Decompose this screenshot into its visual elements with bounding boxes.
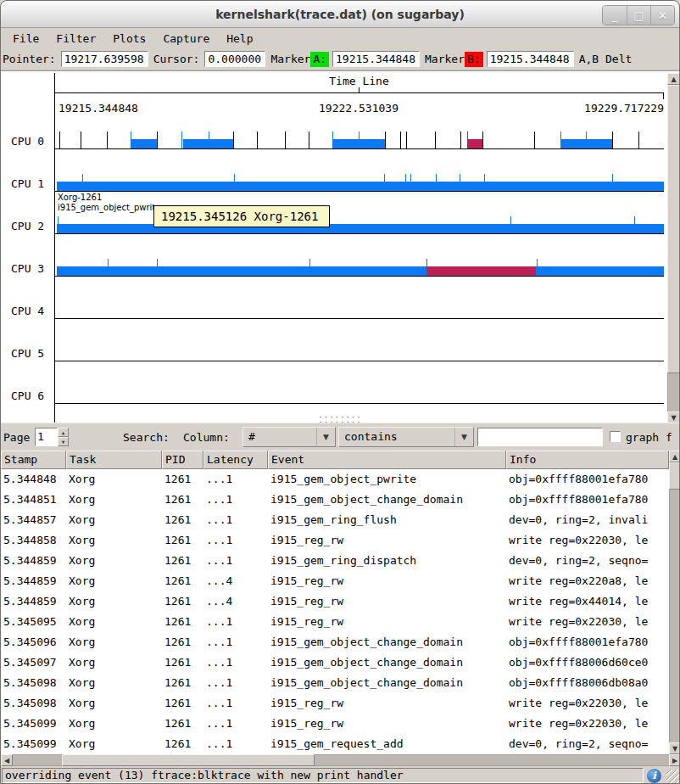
- event-tick[interactable]: [157, 259, 158, 276]
- table-row[interactable]: 5.344859Xorg1261...4i915_reg_rwwrite reg…: [1, 591, 669, 612]
- event-tick[interactable]: [107, 132, 108, 148]
- graph-follows-checkbox[interactable]: [610, 431, 621, 442]
- search-input[interactable]: [477, 428, 603, 446]
- event-tick[interactable]: [385, 132, 386, 148]
- table-hscrollbar[interactable]: ◀ ▶: [1, 754, 680, 766]
- table-hscroll-left-icon[interactable]: ◀: [1, 754, 13, 766]
- event-tick[interactable]: [359, 132, 360, 148]
- table-row[interactable]: 5.344859Xorg1261...1i915_gem_ring_dispat…: [1, 551, 669, 571]
- close-button[interactable]: ✕: [650, 6, 674, 25]
- graph-vscroll-thumb[interactable]: [667, 85, 680, 373]
- menu-item-help[interactable]: Help: [218, 31, 261, 47]
- event-tick[interactable]: [484, 174, 485, 191]
- task-bar[interactable]: [426, 266, 536, 276]
- menu-item-plots[interactable]: Plots: [104, 31, 154, 47]
- table-vscroll-up-icon[interactable]: ▲: [669, 451, 680, 462]
- event-tick[interactable]: [309, 259, 310, 276]
- event-tick[interactable]: [612, 132, 613, 148]
- table-vscroll-trough[interactable]: [669, 451, 680, 754]
- event-tick[interactable]: [233, 132, 234, 148]
- event-tick[interactable]: [400, 132, 401, 148]
- table-row[interactable]: 5.344858Xorg1261...1i915_reg_rwwrite reg…: [1, 530, 669, 551]
- page-value[interactable]: 1: [35, 428, 58, 446]
- column-header-info[interactable]: Info: [506, 451, 669, 469]
- graph-vscroll-down-icon[interactable]: ▼: [667, 412, 680, 423]
- event-tick[interactable]: [59, 132, 60, 148]
- event-tick[interactable]: [467, 132, 468, 148]
- match-select[interactable]: contains ▼: [338, 427, 474, 447]
- table-vscroll-down-icon[interactable]: ▼: [669, 742, 680, 754]
- event-tick[interactable]: [82, 174, 83, 191]
- column-select[interactable]: # ▼: [242, 427, 336, 447]
- graph-vscroll-up-icon[interactable]: ▲: [667, 73, 680, 85]
- table-row[interactable]: 5.345099Xorg1261...1i915_reg_rwwrite reg…: [1, 714, 669, 734]
- event-tick[interactable]: [157, 132, 158, 148]
- event-tick[interactable]: [460, 132, 461, 148]
- menu-item-file[interactable]: File: [4, 31, 47, 47]
- event-tick[interactable]: [181, 132, 182, 148]
- column-header-latency[interactable]: Latency: [203, 451, 268, 469]
- page-spinner[interactable]: 1 ▲ ▼: [35, 428, 69, 446]
- table-row[interactable]: 5.344857Xorg1261...1i915_gem_ring_flushd…: [1, 510, 669, 530]
- event-tick[interactable]: [209, 132, 209, 148]
- event-tick[interactable]: [131, 132, 131, 148]
- table-vscrollbar[interactable]: ▲ ▼: [669, 451, 680, 754]
- event-tick[interactable]: [332, 132, 333, 148]
- event-tick[interactable]: [234, 174, 235, 191]
- task-bar[interactable]: [131, 139, 157, 148]
- menu-item-capture[interactable]: Capture: [154, 31, 218, 47]
- event-tick[interactable]: [285, 132, 286, 148]
- event-tick[interactable]: [58, 216, 59, 233]
- event-tick[interactable]: [634, 216, 635, 233]
- event-tick[interactable]: [436, 174, 437, 191]
- table-row[interactable]: 5.345099Xorg1261...1i915_gem_request_add…: [1, 734, 669, 754]
- table-row[interactable]: 5.345098Xorg1261...1i915_reg_rwwrite reg…: [1, 693, 669, 714]
- task-bar[interactable]: [57, 182, 664, 191]
- resize-grip[interactable]: [666, 770, 680, 784]
- event-tick[interactable]: [405, 174, 406, 191]
- event-tick[interactable]: [108, 259, 109, 276]
- event-tick[interactable]: [534, 132, 535, 148]
- timeline-graph[interactable]: Time Line 19215.344848 19222.531039 1922…: [1, 70, 680, 423]
- event-tick[interactable]: [435, 132, 436, 148]
- task-bar[interactable]: [467, 139, 482, 148]
- table-hscroll-right-icon[interactable]: ▶: [669, 754, 680, 766]
- info-icon[interactable]: i: [647, 769, 661, 783]
- event-tick[interactable]: [537, 259, 538, 276]
- chevron-down-icon[interactable]: ▼: [454, 428, 473, 446]
- event-tick[interactable]: [638, 132, 639, 148]
- table-row[interactable]: 5.344848Xorg1261...1i915_gem_object_pwri…: [1, 469, 669, 490]
- table-vscroll-thumb[interactable]: [669, 462, 680, 490]
- table-row[interactable]: 5.345097Xorg1261...1i915_gem_object_chan…: [1, 652, 669, 673]
- column-header-stamp[interactable]: Stamp: [1, 451, 66, 469]
- task-bar[interactable]: [57, 266, 664, 276]
- table-row[interactable]: 5.344859Xorg1261...4i915_reg_rwwrite reg…: [1, 571, 669, 591]
- event-tick[interactable]: [510, 216, 511, 233]
- event-tick[interactable]: [426, 259, 427, 276]
- maximize-button[interactable]: □: [627, 6, 650, 25]
- task-bar[interactable]: [57, 224, 664, 233]
- event-tick[interactable]: [384, 174, 385, 191]
- column-header-task[interactable]: Task: [66, 451, 162, 469]
- event-tick[interactable]: [460, 174, 460, 191]
- event-tick[interactable]: [482, 132, 483, 148]
- event-tick[interactable]: [410, 174, 411, 191]
- table-row[interactable]: 5.345098Xorg1261...1i915_gem_object_chan…: [1, 673, 669, 693]
- table-row[interactable]: 5.344851Xorg1261...1i915_gem_object_chan…: [1, 490, 669, 510]
- page-spin-down-icon[interactable]: ▼: [58, 437, 69, 446]
- event-tick[interactable]: [560, 132, 561, 148]
- column-header-pid[interactable]: PID: [162, 451, 203, 469]
- event-tick[interactable]: [257, 132, 258, 148]
- table-row[interactable]: 5.345095Xorg1261...1i915_reg_rwwrite reg…: [1, 612, 669, 632]
- menu-item-filter[interactable]: Filter: [47, 31, 104, 47]
- event-tick[interactable]: [586, 132, 587, 148]
- event-tick[interactable]: [612, 174, 613, 191]
- titlebar[interactable]: kernelshark(trace.dat) (on sugarbay) _ □…: [1, 1, 679, 28]
- table-hscroll-thumb[interactable]: [62, 754, 315, 766]
- event-tick[interactable]: [309, 132, 309, 148]
- minimize-button[interactable]: _: [603, 6, 627, 25]
- event-tick[interactable]: [406, 132, 407, 148]
- page-spin-up-icon[interactable]: ▲: [58, 428, 69, 437]
- column-header-event[interactable]: Event: [268, 451, 506, 469]
- event-tick[interactable]: [81, 132, 81, 148]
